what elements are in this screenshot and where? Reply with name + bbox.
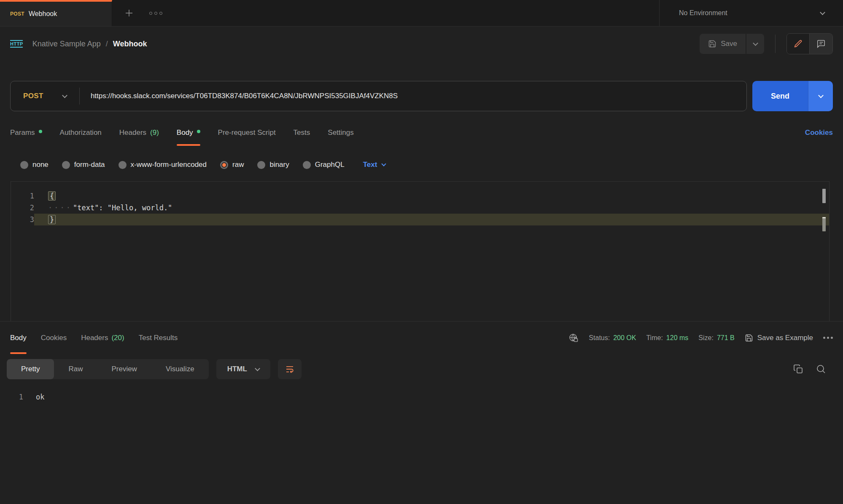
request-body-editor[interactable]: 1 { 2 ····"text": "Hello, world." 3 } <box>11 181 830 321</box>
url-bar: POST https://hooks.slack.com/services/T0… <box>10 81 747 111</box>
chevron-down-icon <box>255 366 260 371</box>
copy-button[interactable] <box>793 364 803 374</box>
edit-request-button[interactable] <box>787 34 810 54</box>
bracket-highlight: } <box>48 215 56 224</box>
editor-line-current: 3 } <box>11 214 829 225</box>
tab-params[interactable]: Params <box>10 117 42 148</box>
response-body: 1 ok <box>0 384 843 403</box>
mode-graphql[interactable]: GraphQL <box>303 161 345 169</box>
line-number: 2 <box>11 202 34 214</box>
response-toolbar: Pretty Raw Preview Visualize HTML <box>0 354 843 384</box>
breadcrumb-request-name[interactable]: Webhook <box>113 40 147 48</box>
editor-scrollbar-thumb[interactable] <box>822 189 826 203</box>
whitespace-dots: ···· <box>48 204 72 212</box>
cookies-link[interactable]: Cookies <box>805 117 833 148</box>
bracket-highlight: { <box>48 191 56 201</box>
save-icon <box>745 334 753 342</box>
response-options-button[interactable] <box>823 337 833 339</box>
postman-window: POST Webhook No Environment HTTP Knative… <box>0 0 843 504</box>
url-row: POST https://hooks.slack.com/services/T0… <box>0 61 843 117</box>
save-icon <box>708 40 716 48</box>
active-tab-underline <box>177 144 200 146</box>
chevron-down-icon <box>818 93 824 98</box>
tab-title: Webhook <box>29 10 57 18</box>
status-value: 200 OK <box>613 334 636 342</box>
wrap-text-icon <box>285 364 295 374</box>
response-tab-body[interactable]: Body <box>10 322 27 354</box>
view-raw[interactable]: Raw <box>54 359 97 379</box>
green-dot-icon <box>39 130 42 133</box>
response-tab-headers[interactable]: Headers (20) <box>81 322 124 354</box>
save-button-label: Save <box>721 40 737 48</box>
line-number: 3 <box>11 214 34 225</box>
tab-tests[interactable]: Tests <box>294 117 310 148</box>
headers-count: (9) <box>150 129 159 137</box>
view-preview[interactable]: Preview <box>97 359 151 379</box>
save-options-button[interactable] <box>746 34 764 54</box>
pencil-icon <box>794 39 803 48</box>
chevron-down-icon <box>62 93 67 98</box>
url-input[interactable]: https://hooks.slack.com/services/T06TD83… <box>80 92 746 100</box>
send-button[interactable]: Send <box>752 81 808 111</box>
language-dropdown[interactable]: Text <box>363 161 386 169</box>
environment-name: No Environment <box>679 9 727 17</box>
tab-headers[interactable]: Headers (9) <box>119 117 159 148</box>
tab-options-button[interactable] <box>149 12 162 15</box>
view-visualize[interactable]: Visualize <box>151 359 209 379</box>
chevron-down-icon <box>382 161 386 166</box>
status-pair: Status: 200 OK <box>589 334 636 342</box>
response-headers-count: (20) <box>111 334 124 342</box>
method-dropdown[interactable]: POST <box>11 81 79 111</box>
mode-raw[interactable]: raw <box>220 161 244 169</box>
chevron-down-icon <box>820 10 825 15</box>
line-number: 1 <box>0 391 23 403</box>
comments-button[interactable] <box>810 34 832 54</box>
tab-authorization[interactable]: Authorization <box>60 117 102 148</box>
green-dot-icon <box>197 130 200 133</box>
response-tab-test-results[interactable]: Test Results <box>139 322 178 354</box>
editor-overview-marker <box>822 217 826 231</box>
radio-selected-icon <box>220 161 228 169</box>
search-button[interactable] <box>816 364 826 374</box>
line-number: 1 <box>11 190 34 202</box>
radio-icon <box>62 161 70 169</box>
http-method-icon: HTTP <box>10 40 23 48</box>
save-button[interactable]: Save <box>700 34 746 54</box>
mode-binary[interactable]: binary <box>257 161 289 169</box>
environment-selector[interactable]: No Environment <box>659 0 843 26</box>
request-tabs: Params Authorization Headers (9) Body Pr… <box>0 117 843 148</box>
save-as-example-button[interactable]: Save as Example <box>745 334 813 342</box>
mode-form-data[interactable]: form-data <box>62 161 105 169</box>
plus-icon <box>124 8 134 18</box>
request-tab-webhook[interactable]: POST Webhook <box>0 0 112 26</box>
editor-line: 2 ····"text": "Hello, world." <box>11 202 829 214</box>
mode-none[interactable]: none <box>20 161 48 169</box>
radio-icon <box>303 161 311 169</box>
view-pretty[interactable]: Pretty <box>7 359 54 379</box>
right-panel-toggle <box>786 33 833 54</box>
method-label: POST <box>23 92 43 100</box>
wrap-lines-button[interactable] <box>278 359 302 379</box>
radio-icon <box>119 161 127 169</box>
tab-pre-request-script[interactable]: Pre-request Script <box>218 117 276 148</box>
editor-line: 1 { <box>11 190 829 202</box>
response-header: Body Cookies Headers (20) Test Results S… <box>0 321 843 354</box>
breadcrumb-separator: / <box>106 40 108 48</box>
mode-x-www-form-urlencoded[interactable]: x-www-form-urlencoded <box>119 161 207 169</box>
breadcrumb-row: HTTP Knative Sample App / Webhook Save <box>0 27 843 61</box>
response-text: ok <box>23 391 843 403</box>
response-format-dropdown[interactable]: HTML <box>216 359 270 379</box>
send-options-button[interactable] <box>808 81 833 111</box>
tab-strip <box>112 0 659 26</box>
comment-icon <box>816 39 826 48</box>
body-mode-row: none form-data x-www-form-urlencoded raw… <box>0 148 843 181</box>
response-view-switch: Pretty Raw Preview Visualize <box>7 359 209 379</box>
response-tab-cookies[interactable]: Cookies <box>41 322 67 354</box>
breadcrumb-collection[interactable]: Knative Sample App <box>32 40 101 48</box>
tab-settings[interactable]: Settings <box>328 117 353 148</box>
radio-icon <box>257 161 265 169</box>
tab-body[interactable]: Body <box>177 117 200 148</box>
copy-icon <box>793 364 803 374</box>
code-text: "text": "Hello, world." <box>73 204 172 212</box>
new-tab-button[interactable] <box>124 8 134 18</box>
